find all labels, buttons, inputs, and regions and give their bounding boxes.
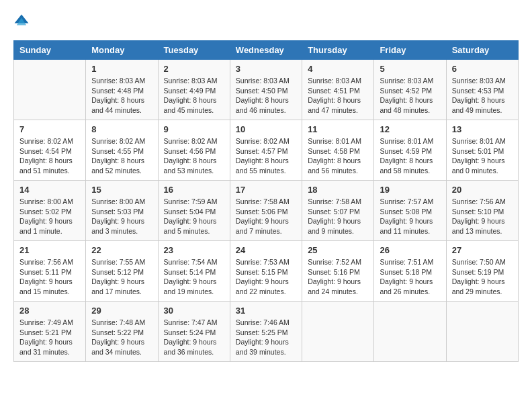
day-info: Sunrise: 8:03 AMSunset: 4:52 PMDaylight:… <box>380 76 440 116</box>
day-info: Sunrise: 7:55 AMSunset: 5:12 PMDaylight:… <box>91 257 152 297</box>
day-info: Sunrise: 8:01 AMSunset: 4:59 PMDaylight:… <box>380 136 440 176</box>
day-number: 19 <box>380 185 440 195</box>
day-info: Sunrise: 8:03 AMSunset: 4:53 PMDaylight:… <box>452 76 513 116</box>
week-row-3: 14Sunrise: 8:00 AMSunset: 5:02 PMDayligh… <box>14 181 519 241</box>
day-number: 31 <box>236 306 296 316</box>
day-info: Sunrise: 8:03 AMSunset: 4:51 PMDaylight:… <box>308 76 368 116</box>
day-number: 7 <box>19 124 80 134</box>
day-info: Sunrise: 7:47 AMSunset: 5:24 PMDaylight:… <box>164 318 224 357</box>
day-info: Sunrise: 7:53 AMSunset: 5:15 PMDaylight:… <box>236 257 296 297</box>
calendar-cell: 19Sunrise: 7:57 AMSunset: 5:08 PMDayligh… <box>374 181 446 241</box>
calendar-cell: 26Sunrise: 7:51 AMSunset: 5:18 PMDayligh… <box>374 241 446 302</box>
day-info: Sunrise: 8:00 AMSunset: 5:02 PMDaylight:… <box>19 197 80 236</box>
day-info: Sunrise: 8:02 AMSunset: 4:55 PMDaylight:… <box>91 136 152 176</box>
calendar-cell: 16Sunrise: 7:59 AMSunset: 5:04 PMDayligh… <box>158 181 230 241</box>
calendar-cell: 13Sunrise: 8:01 AMSunset: 5:01 PMDayligh… <box>446 120 518 181</box>
week-row-5: 28Sunrise: 7:49 AMSunset: 5:21 PMDayligh… <box>14 302 519 362</box>
week-row-2: 7Sunrise: 8:02 AMSunset: 4:54 PMDaylight… <box>14 120 519 181</box>
calendar-cell: 15Sunrise: 8:00 AMSunset: 5:03 PMDayligh… <box>86 181 158 241</box>
day-info: Sunrise: 7:54 AMSunset: 5:14 PMDaylight:… <box>164 257 224 297</box>
weekday-header-tuesday: Tuesday <box>158 41 230 60</box>
day-info: Sunrise: 7:49 AMSunset: 5:21 PMDaylight:… <box>19 318 80 357</box>
calendar-cell: 29Sunrise: 7:48 AMSunset: 5:22 PMDayligh… <box>86 302 158 362</box>
calendar-table: SundayMondayTuesdayWednesdayThursdayFrid… <box>13 40 519 362</box>
day-info: Sunrise: 8:03 AMSunset: 4:49 PMDaylight:… <box>164 76 224 116</box>
day-number: 29 <box>91 306 152 316</box>
day-info: Sunrise: 7:58 AMSunset: 5:06 PMDaylight:… <box>236 197 296 236</box>
calendar-cell: 4Sunrise: 8:03 AMSunset: 4:51 PMDaylight… <box>302 60 374 120</box>
calendar-cell: 8Sunrise: 8:02 AMSunset: 4:55 PMDaylight… <box>86 120 158 181</box>
day-number: 15 <box>91 185 152 195</box>
day-info: Sunrise: 7:52 AMSunset: 5:16 PMDaylight:… <box>308 257 368 297</box>
day-info: Sunrise: 8:02 AMSunset: 4:57 PMDaylight:… <box>236 136 296 176</box>
day-number: 1 <box>91 64 152 74</box>
day-info: Sunrise: 8:03 AMSunset: 4:50 PMDaylight:… <box>236 76 296 116</box>
calendar-cell: 5Sunrise: 8:03 AMSunset: 4:52 PMDaylight… <box>374 60 446 120</box>
day-info: Sunrise: 7:57 AMSunset: 5:08 PMDaylight:… <box>380 197 440 236</box>
calendar-cell: 30Sunrise: 7:47 AMSunset: 5:24 PMDayligh… <box>158 302 230 362</box>
day-number: 5 <box>380 64 440 74</box>
day-number: 16 <box>164 185 224 195</box>
week-row-4: 21Sunrise: 7:56 AMSunset: 5:11 PMDayligh… <box>14 241 519 302</box>
calendar-cell <box>302 302 374 362</box>
calendar-cell: 24Sunrise: 7:53 AMSunset: 5:15 PMDayligh… <box>230 241 302 302</box>
day-number: 21 <box>19 245 80 255</box>
calendar-cell: 25Sunrise: 7:52 AMSunset: 5:16 PMDayligh… <box>302 241 374 302</box>
calendar-cell: 22Sunrise: 7:55 AMSunset: 5:12 PMDayligh… <box>86 241 158 302</box>
day-number: 22 <box>91 245 152 255</box>
day-number: 10 <box>236 124 296 134</box>
calendar-cell: 3Sunrise: 8:03 AMSunset: 4:50 PMDaylight… <box>230 60 302 120</box>
calendar-cell: 31Sunrise: 7:46 AMSunset: 5:25 PMDayligh… <box>230 302 302 362</box>
day-number: 26 <box>380 245 440 255</box>
day-number: 17 <box>236 185 296 195</box>
calendar-cell: 2Sunrise: 8:03 AMSunset: 4:49 PMDaylight… <box>158 60 230 120</box>
logo <box>13 13 32 30</box>
calendar-cell: 20Sunrise: 7:56 AMSunset: 5:10 PMDayligh… <box>446 181 518 241</box>
day-info: Sunrise: 8:03 AMSunset: 4:48 PMDaylight:… <box>91 76 152 116</box>
weekday-header-wednesday: Wednesday <box>230 41 302 60</box>
weekday-header-thursday: Thursday <box>302 41 374 60</box>
day-number: 30 <box>164 306 224 316</box>
day-info: Sunrise: 8:01 AMSunset: 4:58 PMDaylight:… <box>308 136 368 176</box>
weekday-header-saturday: Saturday <box>446 41 518 60</box>
calendar-cell: 23Sunrise: 7:54 AMSunset: 5:14 PMDayligh… <box>158 241 230 302</box>
calendar-cell: 14Sunrise: 8:00 AMSunset: 5:02 PMDayligh… <box>14 181 86 241</box>
calendar-cell: 11Sunrise: 8:01 AMSunset: 4:58 PMDayligh… <box>302 120 374 181</box>
day-number: 20 <box>452 185 513 195</box>
calendar-cell: 28Sunrise: 7:49 AMSunset: 5:21 PMDayligh… <box>14 302 86 362</box>
weekday-header-sunday: Sunday <box>14 41 86 60</box>
day-info: Sunrise: 8:01 AMSunset: 5:01 PMDaylight:… <box>452 136 513 176</box>
day-number: 12 <box>380 124 440 134</box>
calendar-cell: 7Sunrise: 8:02 AMSunset: 4:54 PMDaylight… <box>14 120 86 181</box>
logo-icon <box>13 13 30 30</box>
day-number: 9 <box>164 124 224 134</box>
day-number: 13 <box>452 124 513 134</box>
calendar-cell: 27Sunrise: 7:50 AMSunset: 5:19 PMDayligh… <box>446 241 518 302</box>
day-number: 8 <box>91 124 152 134</box>
day-info: Sunrise: 7:48 AMSunset: 5:22 PMDaylight:… <box>91 318 152 357</box>
calendar-cell: 21Sunrise: 7:56 AMSunset: 5:11 PMDayligh… <box>14 241 86 302</box>
day-info: Sunrise: 8:02 AMSunset: 4:56 PMDaylight:… <box>164 136 224 176</box>
day-number: 6 <box>452 64 513 74</box>
day-info: Sunrise: 7:46 AMSunset: 5:25 PMDaylight:… <box>236 318 296 357</box>
calendar-cell: 12Sunrise: 8:01 AMSunset: 4:59 PMDayligh… <box>374 120 446 181</box>
calendar-cell: 10Sunrise: 8:02 AMSunset: 4:57 PMDayligh… <box>230 120 302 181</box>
day-info: Sunrise: 7:51 AMSunset: 5:18 PMDaylight:… <box>380 257 440 297</box>
weekday-header-monday: Monday <box>86 41 158 60</box>
day-number: 2 <box>164 64 224 74</box>
day-number: 23 <box>164 245 224 255</box>
day-number: 28 <box>19 306 80 316</box>
week-row-1: 1Sunrise: 8:03 AMSunset: 4:48 PMDaylight… <box>14 60 519 120</box>
day-info: Sunrise: 7:59 AMSunset: 5:04 PMDaylight:… <box>164 197 224 236</box>
day-info: Sunrise: 7:56 AMSunset: 5:10 PMDaylight:… <box>452 197 513 236</box>
day-number: 3 <box>236 64 296 74</box>
day-number: 4 <box>308 64 368 74</box>
calendar-cell <box>446 302 518 362</box>
calendar-cell: 9Sunrise: 8:02 AMSunset: 4:56 PMDaylight… <box>158 120 230 181</box>
weekday-header-row: SundayMondayTuesdayWednesdayThursdayFrid… <box>14 41 519 60</box>
day-number: 14 <box>19 185 80 195</box>
day-number: 24 <box>236 245 296 255</box>
calendar-cell: 18Sunrise: 7:58 AMSunset: 5:07 PMDayligh… <box>302 181 374 241</box>
calendar-cell <box>14 60 86 120</box>
day-number: 18 <box>308 185 368 195</box>
